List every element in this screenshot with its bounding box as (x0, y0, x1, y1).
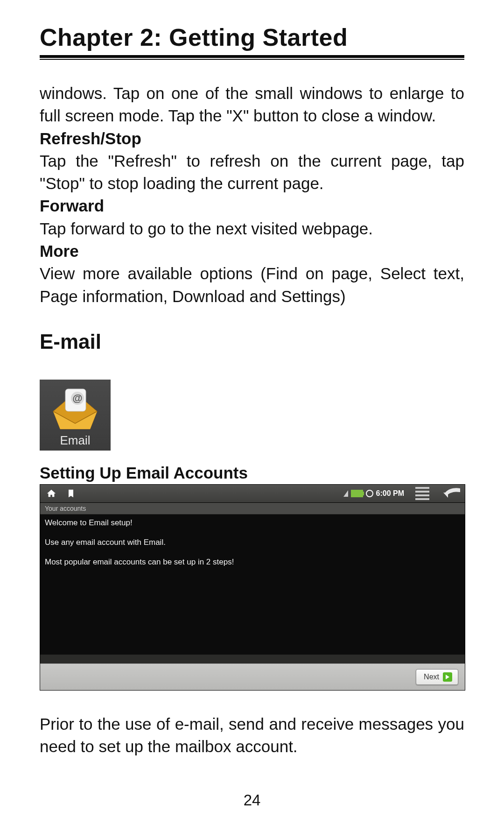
next-button-label: Next (424, 673, 439, 681)
email-icon-label: Email (60, 433, 90, 448)
divider-heavy (40, 55, 464, 58)
next-button[interactable]: Next (416, 669, 458, 685)
next-arrow-icon (443, 672, 452, 682)
continuation-paragraph: windows. Tap on one of the small windows… (40, 82, 464, 127)
svg-text:@: @ (72, 392, 82, 404)
home-icon[interactable] (45, 487, 58, 500)
welcome-line: Welcome to Email setup! (45, 518, 460, 528)
page-number: 24 (0, 791, 504, 809)
battery-icon (351, 490, 363, 497)
divider-thin (40, 59, 464, 60)
forward-heading: Forward (40, 195, 464, 217)
clock-time: 6:00 PM (376, 489, 404, 498)
more-heading: More (40, 240, 464, 262)
clock-icon (366, 490, 373, 497)
setting-up-email-heading: Setting Up Email Accounts (40, 464, 464, 482)
menu-icon[interactable] (415, 487, 429, 500)
email-section-heading: E-mail (40, 330, 464, 353)
any-account-line: Use any email account with Email. (45, 538, 460, 547)
bottom-toolbar: Next (40, 663, 465, 690)
email-app-icon: @ Email (40, 380, 111, 451)
wifi-icon (343, 490, 348, 497)
email-intro-paragraph: Prior to the use of e-mail, send and rec… (40, 713, 464, 758)
two-steps-line: Most popular email accounts can be set u… (45, 557, 460, 567)
accounts-subheader: Your accounts (40, 503, 465, 515)
android-status-bar: 6:00 PM (40, 485, 465, 503)
document-page: Chapter 2: Getting Started windows. Tap … (0, 0, 504, 825)
forward-body: Tap forward to go to the next visited we… (40, 218, 464, 240)
envelope-icon: @ (49, 387, 101, 431)
refresh-stop-heading: Refresh/Stop (40, 127, 464, 150)
email-setup-body: Welcome to Email setup! Use any email ac… (40, 515, 465, 655)
bookmark-icon[interactable] (64, 487, 77, 500)
refresh-stop-body: Tap the "Refresh" to refresh on the curr… (40, 150, 464, 195)
email-setup-screenshot: 6:00 PM Your accounts Welcome to Email s… (40, 484, 465, 691)
status-right: 6:00 PM (343, 487, 460, 500)
chapter-title: Chapter 2: Getting Started (40, 23, 464, 51)
back-icon[interactable] (443, 487, 460, 500)
more-body: View more available options (Find on pag… (40, 262, 464, 308)
